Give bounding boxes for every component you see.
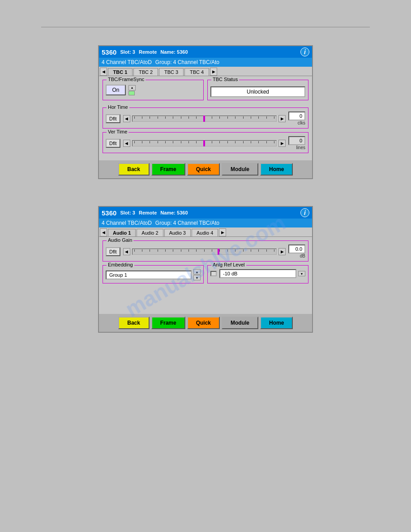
tab-prev-2[interactable]: ◀ (100, 228, 107, 236)
subtitle-group-2: Group: 4 Channel TBC/Ato (155, 220, 219, 226)
hor-slider-left[interactable]: ◀ (123, 115, 130, 122)
embedding-controls: Group 1 ▲ ▼ (106, 269, 201, 280)
audio-gain-group: Audio Gain Dflt ◀ (103, 240, 308, 262)
gain-slider-thumb[interactable] (218, 249, 219, 255)
remote-label-1: Remote (139, 49, 157, 55)
frame-button-1[interactable]: Frame (151, 163, 185, 176)
ver-time-label: Ver Time (107, 129, 128, 134)
info-icon-2[interactable]: i (300, 208, 309, 217)
tbc-framesync-group: TBC/FrameSync On ▲ (103, 80, 204, 100)
panel-audio: 5360 Slot: 3 Remote Name: 5360 i 4 Chann… (98, 206, 313, 333)
tab-bar-2: ◀ Audio 1 Audio 2 Audio 3 Audio 4 ▶ (99, 227, 312, 237)
hor-unit: clks (298, 120, 305, 125)
embedding-group: Embedding Group 1 ▲ ▼ (103, 265, 204, 283)
tab-next-2[interactable]: ▶ (219, 228, 226, 236)
ver-value-group: 0 lines (288, 136, 305, 150)
hor-slider-container: ◀ ▶ (123, 115, 286, 122)
frame-button-2[interactable]: Frame (151, 317, 185, 329)
ver-slider-track[interactable] (132, 140, 277, 146)
module-button-2[interactable]: Module (222, 317, 258, 329)
home-button-1[interactable]: Home (260, 163, 293, 176)
embedding-label: Embedding (107, 262, 134, 267)
slot-info-1: Slot: 3 (120, 49, 135, 55)
content-tbc: TBC/FrameSync On ▲ TBC Status Unlocked (99, 76, 312, 160)
subtitle-channel-1: 4 Channel TBC/AtoD (102, 59, 152, 65)
tab-tbc2[interactable]: TBC 2 (133, 68, 158, 76)
ver-slider-thumb[interactable] (203, 140, 205, 146)
tab-audio3[interactable]: Audio 3 (164, 229, 191, 236)
subtitle-bar-1: 4 Channel TBC/AtoD Group: 4 Channel TBC/… (99, 58, 312, 67)
tbc-framesync-label: TBC/FrameSync (107, 77, 146, 82)
embedding-section: Embedding Group 1 ▲ ▼ Anlg Ref Level -10… (103, 265, 308, 283)
ver-slider-right[interactable]: ▶ (278, 140, 286, 147)
name-label-1: Name: 5360 (160, 49, 297, 55)
subtitle-channel-2: 4 Channel TBC/AtoD (102, 220, 152, 226)
tab-tbc4[interactable]: TBC 4 (184, 68, 209, 76)
title-bar-2: 5360 Slot: 3 Remote Name: 5360 i (99, 207, 312, 219)
tab-audio1[interactable]: Audio 1 (108, 229, 136, 236)
anlg-ref-down-button[interactable]: ▼ (298, 271, 305, 276)
quick-button-2[interactable]: Quick (187, 317, 220, 329)
content-audio: Audio Gain Dflt ◀ (99, 237, 312, 314)
remote-label-2: Remote (139, 210, 157, 215)
embedding-down-button[interactable]: ▼ (193, 275, 201, 280)
tbc-status-label: TBC Status (211, 77, 239, 82)
gain-value-group: 0.0 dB (288, 245, 305, 258)
slot-info-2: Slot: 3 (120, 210, 135, 215)
ver-slider-container: ◀ ▶ (123, 140, 286, 147)
tbc-up-arrow[interactable]: ▲ (128, 85, 136, 90)
anlg-ref-spinner: ▼ (298, 271, 305, 276)
embedding-value: Group 1 (106, 270, 192, 279)
anlg-ref-group: Anlg Ref Level -10 dB ▼ (207, 265, 308, 283)
hor-slider-thumb[interactable] (203, 116, 205, 122)
tab-tbc3[interactable]: TBC 3 (159, 68, 184, 76)
tab-next-1[interactable]: ▶ (210, 68, 217, 76)
back-button-2[interactable]: Back (118, 317, 150, 329)
hor-slider-track[interactable] (132, 116, 277, 122)
ver-dflt-button[interactable]: Dflt (106, 139, 120, 148)
hor-slider-right[interactable]: ▶ (278, 115, 286, 122)
spacer (103, 283, 308, 310)
bottom-bar-1: Back Frame Quick Module Home (99, 160, 312, 178)
gain-value-display: 0.0 (288, 245, 305, 253)
gain-slider-left[interactable]: ◀ (123, 248, 130, 255)
tbc-on-button[interactable]: On (106, 85, 126, 95)
back-button-1[interactable]: Back (118, 163, 150, 176)
gain-unit: dB (300, 253, 305, 258)
tbc-status-group: TBC Status Unlocked (207, 80, 308, 100)
gain-slider-track[interactable] (132, 249, 277, 255)
home-button-2[interactable]: Home (260, 317, 293, 329)
bottom-bar-2: Back Frame Quick Module Home (99, 314, 312, 332)
ver-value-display: 0 (288, 136, 305, 145)
title-bar-1: 5360 Slot: 3 Remote Name: 5360 i (99, 46, 312, 58)
embedding-up-button[interactable]: ▲ (193, 269, 201, 275)
gain-dflt-button[interactable]: Dflt (106, 247, 120, 256)
anlg-ref-indicator (210, 271, 217, 276)
hor-time-label: Hor Time (107, 104, 129, 110)
tbc-spinner: ▲ (128, 85, 136, 95)
tab-tbc1[interactable]: TBC 1 (108, 68, 133, 76)
ver-slider-left[interactable]: ◀ (123, 140, 130, 147)
subtitle-bar-2: 4 Channel TBC/AtoD Group: 4 Channel TBC/… (99, 219, 312, 227)
gain-slider-container: ◀ ▶ (123, 248, 286, 255)
audio-gain-label: Audio Gain (107, 237, 133, 243)
panel-tbc: 5360 Slot: 3 Remote Name: 5360 i 4 Chann… (98, 45, 313, 179)
name-label-2: Name: 5360 (160, 210, 297, 215)
hor-value-display: 0 (288, 112, 305, 120)
tab-bar-1: ◀ TBC 1 TBC 2 TBC 3 TBC 4 ▶ (99, 67, 312, 76)
info-icon-1[interactable]: i (300, 47, 309, 56)
subtitle-group-1: Group: 4 Channel TBC/Ato (155, 59, 219, 65)
module-button-1[interactable]: Module (222, 163, 258, 176)
anlg-ref-controls: -10 dB ▼ (210, 269, 305, 278)
tab-audio2[interactable]: Audio 2 (137, 229, 163, 236)
quick-button-1[interactable]: Quick (187, 163, 220, 176)
tab-prev-1[interactable]: ◀ (100, 68, 107, 76)
gain-slider-right[interactable]: ▶ (278, 248, 286, 255)
tbc-status-display: Unlocked (210, 86, 305, 97)
device-number-1: 5360 (102, 48, 116, 56)
device-number-2: 5360 (102, 209, 116, 217)
tab-audio4[interactable]: Audio 4 (192, 229, 218, 236)
ver-time-group: Ver Time Dflt ◀ (103, 132, 308, 153)
tbc-framesync-controls: On ▲ (106, 85, 201, 95)
hor-dflt-button[interactable]: Dflt (106, 114, 120, 123)
